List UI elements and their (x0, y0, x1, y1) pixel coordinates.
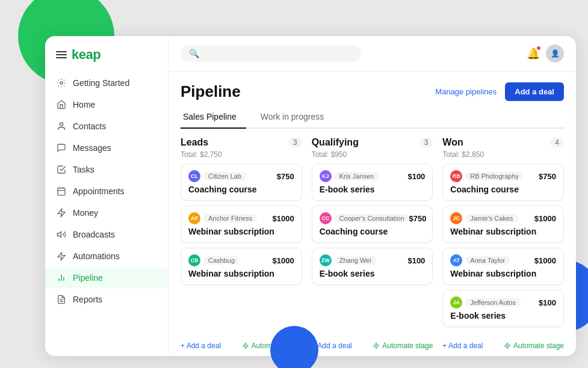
sidebar-item-broadcasts[interactable]: Broadcasts (45, 224, 168, 245)
company-avatar: AT (450, 254, 462, 266)
contacts-icon (56, 121, 67, 132)
deals-list: RB RB Photography $750 Coaching course J… (442, 164, 564, 334)
deal-card[interactable]: CC Cooper's Consultation $750 Coaching c… (312, 206, 433, 243)
sidebar-item-getting-started[interactable]: Getting Started (45, 72, 168, 94)
sidebar-nav: Getting Started Home Contacts Messages T… (45, 72, 168, 345)
company-name: Cashbug (203, 256, 240, 265)
company-avatar: CC (320, 212, 332, 224)
deal-name: Webinar subscription (450, 227, 556, 236)
automate-stage-link[interactable]: Automate stage (504, 342, 564, 350)
sidebar: keap Getting Started Home Contacts Messa… (45, 36, 169, 356)
column-footer: + Add a deal Automate stage (312, 337, 433, 350)
sidebar-item-label: Pipeline (73, 273, 103, 283)
getting-started-icon (56, 78, 67, 88)
notification-icon[interactable]: 🔔 (527, 47, 540, 60)
add-deal-button[interactable]: Add a deal (505, 82, 564, 101)
sidebar-item-contacts[interactable]: Contacts (45, 115, 168, 137)
company-name: Zhang Wei (335, 256, 376, 265)
sidebar-item-label: Automations (73, 251, 120, 261)
company-name: Kris Jansen (335, 172, 379, 180)
sidebar-item-label: Appointments (73, 186, 125, 196)
sidebar-item-label: Messages (73, 143, 111, 153)
tab-work-in-progress[interactable]: Work in progress (258, 107, 334, 129)
deal-top: CL Citizen Lab $750 (188, 170, 294, 182)
deal-amount: $1000 (534, 214, 556, 223)
deal-amount: $100 (539, 298, 556, 307)
sidebar-item-automations[interactable]: Automations (45, 245, 168, 267)
page-title: Pipeline (181, 82, 241, 101)
deal-name: Coaching course (320, 227, 426, 236)
deal-card[interactable]: JC Jamie's Cakes $1000 Webinar subscript… (442, 206, 564, 243)
svg-marker-6 (58, 209, 65, 216)
deal-top: JC Jamie's Cakes $1000 (450, 212, 556, 224)
search-input[interactable] (204, 49, 353, 58)
deal-name: E-book series (320, 185, 426, 194)
column-title: Won (442, 137, 463, 148)
sidebar-item-appointments[interactable]: Appointments (45, 180, 168, 202)
menu-icon[interactable] (56, 51, 67, 58)
svg-rect-2 (58, 188, 65, 195)
deal-card[interactable]: CL Citizen Lab $750 Coaching course (181, 164, 302, 201)
search-box: 🔍 (181, 45, 361, 62)
bg-circle-blue2 (270, 326, 318, 368)
deal-company: KJ Kris Jansen (320, 170, 379, 182)
notification-dot (536, 46, 541, 51)
company-avatar: ZW (320, 254, 332, 266)
sidebar-item-reports[interactable]: Reports (45, 289, 168, 310)
deal-card[interactable]: JA Jefferson Autos $100 E-book series (442, 290, 564, 327)
sidebar-item-pipeline[interactable]: Pipeline (45, 267, 168, 289)
appointments-icon (56, 186, 67, 197)
sidebar-item-home[interactable]: Home (45, 94, 168, 115)
deal-amount: $1000 (534, 256, 556, 265)
column-total: Total: $2,750 (181, 150, 302, 159)
deal-card[interactable]: AF Anchor Fitness $1000 Webinar subscrip… (181, 206, 302, 243)
automate-icon (242, 342, 249, 349)
add-deal-link[interactable]: + Add a deal (442, 342, 483, 350)
deal-top: KJ Kris Jansen $100 (320, 170, 426, 182)
column-total: Total: $2,850 (442, 150, 564, 159)
deal-card[interactable]: AT Anna Taylor $1000 Webinar subscriptio… (442, 248, 564, 285)
column-title: Leads (181, 137, 208, 148)
deal-top: AT Anna Taylor $1000 (450, 254, 556, 266)
sidebar-logo: keap (45, 47, 168, 72)
messages-icon (56, 143, 67, 153)
deal-company: JA Jefferson Autos (450, 296, 521, 308)
top-right: 🔔 👤 (527, 44, 564, 63)
tabs: Sales PipelineWork in progress (181, 107, 564, 129)
tab-sales-pipeline[interactable]: Sales Pipeline (181, 107, 246, 129)
deal-card[interactable]: ZW Zhang Wei $100 E-book series (312, 248, 433, 285)
deal-card[interactable]: RB RB Photography $750 Coaching course (442, 164, 564, 201)
deal-company: JC Jamie's Cakes (450, 212, 518, 224)
deal-card[interactable]: KJ Kris Jansen $100 E-book series (312, 164, 433, 201)
sidebar-item-money[interactable]: Money (45, 202, 168, 224)
company-name: Cooper's Consultation (335, 214, 409, 222)
sidebar-item-label: Contacts (73, 121, 106, 131)
deal-amount: $100 (407, 256, 425, 265)
sidebar-item-tasks[interactable]: Tasks (45, 159, 168, 180)
deal-name: Coaching course (450, 185, 556, 194)
company-avatar: RB (450, 170, 462, 182)
sidebar-item-label: Reports (73, 295, 102, 304)
deal-company: CL Citizen Lab (188, 170, 246, 182)
deal-name: E-book series (320, 269, 426, 278)
svg-point-1 (60, 123, 63, 126)
money-icon (56, 207, 67, 218)
logo-text: keap (72, 47, 101, 63)
deal-amount: $1000 (273, 256, 294, 265)
avatar[interactable]: 👤 (546, 44, 564, 63)
sidebar-item-label: Tasks (73, 165, 94, 174)
column-count: 4 (550, 138, 564, 147)
deal-card[interactable]: CB Cashbug $1000 Webinar subscription (181, 248, 302, 285)
deal-top: AF Anchor Fitness $1000 (188, 212, 294, 224)
deal-company: RB RB Photography (450, 170, 524, 182)
manage-pipelines-link[interactable]: Manage pipelines (435, 87, 497, 96)
sidebar-item-messages[interactable]: Messages (45, 137, 168, 159)
deal-company: AF Anchor Fitness (188, 212, 257, 224)
add-deal-link[interactable]: + Add a deal (181, 342, 221, 350)
column-title: Qualifying (312, 137, 359, 148)
broadcasts-icon (56, 229, 67, 240)
company-name: Anchor Fitness (203, 214, 257, 222)
company-avatar: CL (188, 170, 200, 182)
column-count: 3 (288, 138, 302, 147)
automate-stage-link[interactable]: Automate stage (373, 342, 433, 350)
